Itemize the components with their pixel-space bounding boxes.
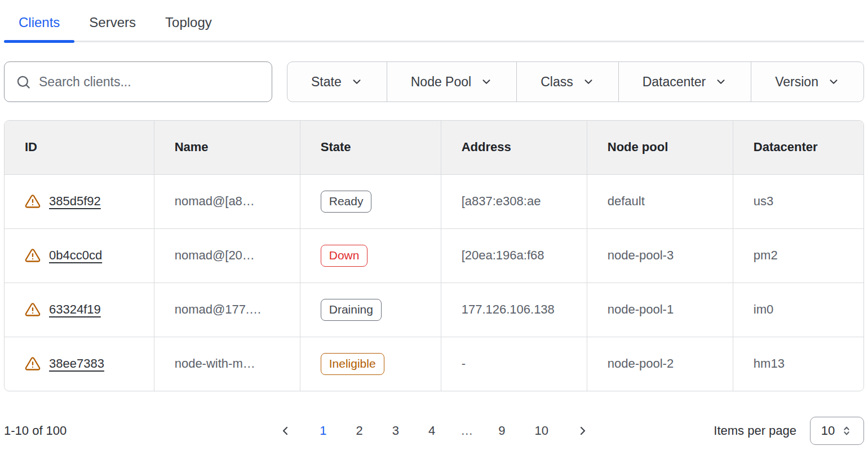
search-icon: [16, 74, 31, 90]
client-name: node-with-m…: [154, 337, 300, 391]
tab-topology-label: Toplogy: [165, 15, 212, 30]
table-row[interactable]: 63324f19 nomad@177.… Draining 177.126.10…: [5, 283, 863, 337]
chevron-left-icon: [278, 424, 292, 438]
filter-class-button[interactable]: Class: [516, 62, 618, 102]
filter-datacenter-label: Datacenter: [643, 74, 706, 90]
filter-state-label: State: [311, 74, 342, 90]
column-header-state: State: [300, 121, 441, 174]
state-badge: Ready: [321, 191, 372, 213]
tab-clients-label: Clients: [19, 15, 60, 30]
column-header-node-pool: Node pool: [587, 121, 733, 174]
next-page-button[interactable]: [566, 424, 600, 438]
chevron-right-icon: [576, 424, 590, 438]
state-badge: Ineligible: [321, 353, 384, 375]
tab-topology[interactable]: Toplogy: [150, 10, 227, 41]
chevron-down-icon: [351, 76, 363, 88]
column-header-id: ID: [5, 121, 154, 174]
filter-version-button[interactable]: Version: [751, 62, 863, 102]
client-id-link[interactable]: 38ee7383: [49, 356, 104, 371]
tab-servers[interactable]: Servers: [74, 10, 150, 41]
toolbar: State Node Pool Class Datacenter Version: [4, 61, 864, 102]
client-node-pool: node-pool-3: [587, 228, 733, 283]
state-badge: Down: [321, 245, 368, 267]
client-name: nomad@177.…: [154, 283, 300, 337]
items-per-page-value: 10: [821, 423, 835, 438]
filter-version-label: Version: [775, 74, 818, 90]
search-input[interactable]: [39, 74, 260, 90]
clients-page: Clients Servers Toplogy State Node Pool: [0, 0, 868, 445]
page-ellipsis: …: [453, 423, 481, 438]
column-header-name: Name: [154, 121, 300, 174]
previous-page-button[interactable]: [268, 424, 302, 438]
column-header-datacenter: Datacenter: [733, 121, 863, 174]
table-row[interactable]: 385d5f92 nomad@[a8… Ready [a837:e308:ae …: [5, 174, 863, 228]
filter-node-pool-label: Node Pool: [411, 74, 471, 90]
client-address: [a837:e308:ae: [441, 174, 587, 228]
client-node-pool: default: [587, 174, 733, 228]
warning-triangle-icon: [25, 302, 41, 317]
client-address: 177.126.106.138: [441, 283, 587, 337]
clients-table: ID Name State Address Node pool Datacent…: [4, 120, 864, 391]
items-per-page-group: Items per page 10: [600, 417, 864, 445]
state-badge: Draining: [321, 299, 382, 321]
filter-state-button[interactable]: State: [287, 62, 387, 102]
client-address: [20ea:196a:f68: [441, 228, 587, 283]
client-node-pool: node-pool-1: [587, 283, 733, 337]
client-id-link[interactable]: 63324f19: [49, 302, 101, 317]
table-header-row: ID Name State Address Node pool Datacent…: [5, 121, 863, 174]
pager: 1 2 3 4 … 9 10: [268, 421, 600, 440]
client-datacenter: im0: [733, 283, 863, 337]
search-box: [4, 61, 272, 102]
pagination-range-label: 1-10 of 100: [4, 423, 268, 438]
client-datacenter: pm2: [733, 228, 863, 283]
chevron-down-icon: [582, 76, 595, 88]
client-datacenter: us3: [733, 174, 863, 228]
page-number-4[interactable]: 4: [417, 421, 447, 440]
filter-datacenter-button[interactable]: Datacenter: [618, 62, 751, 102]
page-number-3[interactable]: 3: [380, 421, 411, 440]
warning-triangle-icon: [25, 193, 41, 209]
page-number-2[interactable]: 2: [344, 421, 374, 440]
client-datacenter: hm13: [733, 337, 863, 391]
warning-triangle-icon: [25, 356, 41, 372]
tab-bar: Clients Servers Toplogy: [4, 0, 864, 42]
items-per-page-label: Items per page: [714, 423, 796, 438]
chevron-down-icon: [480, 76, 493, 88]
client-address: -: [441, 337, 587, 391]
items-per-page-select[interactable]: 10: [810, 417, 864, 445]
client-id-link[interactable]: 385d5f92: [49, 194, 101, 209]
client-name: nomad@[a8…: [154, 174, 300, 228]
tab-servers-label: Servers: [89, 15, 136, 30]
tab-clients[interactable]: Clients: [4, 10, 74, 41]
client-node-pool: node-pool-2: [587, 337, 733, 391]
stepper-up-down-icon: [840, 425, 853, 437]
client-id-link[interactable]: 0b4cc0cd: [49, 248, 102, 263]
pagination-bar: 1-10 of 100 1 2 3 4 … 9 10 Items per pag…: [4, 416, 864, 445]
warning-triangle-icon: [25, 248, 41, 263]
client-name: nomad@[20…: [154, 228, 300, 283]
page-number-10[interactable]: 10: [522, 421, 560, 440]
chevron-down-icon: [715, 76, 727, 88]
chevron-down-icon: [827, 76, 840, 88]
column-header-address: Address: [441, 121, 587, 174]
table-row[interactable]: 38ee7383 node-with-m… Ineligible - node-…: [5, 337, 863, 391]
page-number-9[interactable]: 9: [486, 421, 517, 440]
filter-node-pool-button[interactable]: Node Pool: [387, 62, 516, 102]
page-number-1[interactable]: 1: [308, 421, 338, 440]
table-row[interactable]: 0b4cc0cd nomad@[20… Down [20ea:196a:f68 …: [5, 228, 863, 283]
filter-group: State Node Pool Class Datacenter Version: [287, 61, 864, 102]
filter-class-label: Class: [541, 74, 573, 90]
